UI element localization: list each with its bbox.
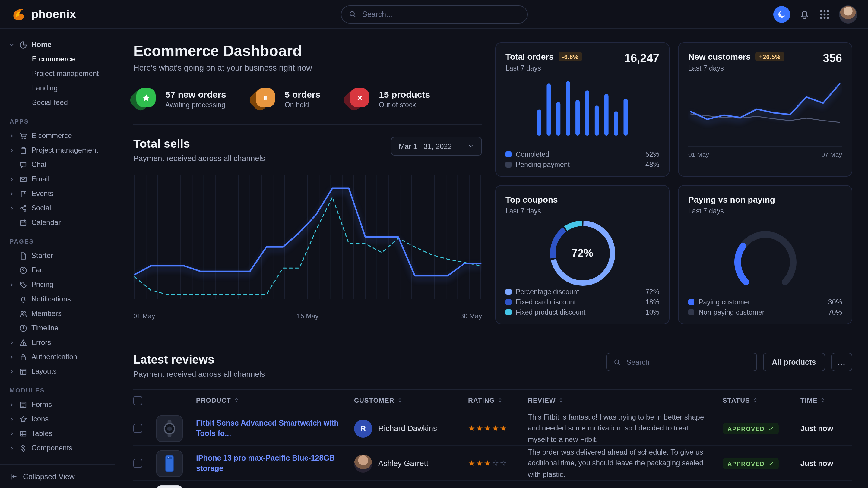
- legend-value: 18%: [645, 298, 659, 306]
- column-header-rating[interactable]: RATING: [468, 397, 525, 404]
- sort-icon: [820, 397, 826, 403]
- sidebar-item-label: Layouts: [31, 367, 57, 376]
- iphone-image: [159, 453, 180, 474]
- check-icon: [768, 461, 774, 467]
- product-thumbnail[interactable]: [156, 485, 183, 488]
- sidebar-item-tables[interactable]: Tables: [8, 426, 108, 441]
- more-options-button[interactable]: ...: [831, 353, 852, 371]
- sidebar-item-members[interactable]: Members: [8, 306, 108, 321]
- sidebar-item-timeline[interactable]: Timeline: [8, 321, 108, 335]
- brand[interactable]: phoenix: [11, 6, 76, 22]
- sidebar-item-notifications[interactable]: Notifications: [8, 292, 108, 306]
- sidebar-item-components[interactable]: Components: [8, 441, 108, 455]
- sidebar-item-faq[interactable]: Faq: [8, 263, 108, 277]
- column-header-product[interactable]: PRODUCT: [196, 397, 352, 404]
- legend-swatch: [688, 309, 694, 315]
- sidebar-subitem-social-feed[interactable]: Social feed: [8, 95, 108, 110]
- legend-swatch: [505, 299, 512, 305]
- legend-swatch: [505, 162, 512, 168]
- sidebar-subitem-e-commerce[interactable]: E commerce: [8, 52, 108, 66]
- apps-grid-icon[interactable]: [819, 9, 830, 20]
- caret-right-icon: [8, 339, 15, 346]
- notifications-bell-icon[interactable]: [799, 9, 810, 20]
- new-customers-x-axis: 01 May 07 May: [688, 147, 842, 158]
- card-total-orders: Total orders -6.8% Last 7 days 16,247 Co…: [495, 42, 670, 176]
- row-checkbox[interactable]: [133, 424, 142, 433]
- sidebar-item-layouts[interactable]: Layouts: [8, 364, 108, 379]
- sort-icon: [752, 397, 758, 403]
- search-icon: [613, 358, 620, 366]
- column-header-status[interactable]: STATUS: [723, 397, 798, 404]
- date-range-select[interactable]: Mar 1 - 31, 2022: [391, 137, 482, 156]
- sidebar-item-authentication[interactable]: Authentication: [8, 350, 108, 364]
- caret-right-icon: [8, 416, 15, 422]
- select-all-checkbox[interactable]: [133, 396, 142, 405]
- sidebar-item-icons[interactable]: Icons: [8, 412, 108, 426]
- global-search-input[interactable]: [361, 9, 520, 19]
- sidebar-item-label: Forms: [31, 400, 52, 409]
- column-header-review[interactable]: REVIEW: [528, 397, 720, 404]
- product-thumbnail[interactable]: [156, 450, 183, 477]
- legend-label: Non-paying customer: [699, 308, 765, 316]
- lock-icon: [19, 353, 27, 361]
- legend-value: 72%: [645, 288, 659, 295]
- price-tag-icon: [19, 281, 27, 289]
- product-link[interactable]: Fitbit Sense Advanced Smartwatch with To…: [196, 418, 352, 438]
- caret-down-icon: [8, 41, 15, 48]
- sidebar-item-pricing[interactable]: Pricing: [8, 277, 108, 292]
- x-axis-label: 30 May: [460, 312, 482, 320]
- total-sells-subtitle: Payment received across all channels: [133, 154, 265, 163]
- global-search[interactable]: [341, 5, 527, 23]
- navbar-actions: [773, 5, 857, 23]
- stats-row: 57 new orders Awating processing 5 o: [133, 87, 482, 111]
- donut-center-value: 72%: [549, 220, 616, 287]
- product-thumbnail[interactable]: [156, 415, 183, 442]
- card-title: Paying vs non paying: [688, 195, 775, 204]
- sidebar-item-forms[interactable]: Forms: [8, 397, 108, 412]
- sidebar-item-events[interactable]: Events: [8, 186, 108, 201]
- legend-value: 52%: [645, 151, 659, 158]
- column-header-time[interactable]: TIME: [801, 397, 852, 404]
- stat-icon-badge: [256, 88, 275, 107]
- sidebar-item-email[interactable]: Email: [8, 172, 108, 186]
- column-header-customer[interactable]: CUSTOMER: [354, 397, 466, 404]
- sidebar-item-chat[interactable]: Chat: [8, 157, 108, 172]
- customer-cell[interactable]: R Richard Dawkins: [354, 419, 466, 437]
- review-text: The order was delivered ahead of schedul…: [528, 446, 720, 480]
- stat-value: 57 new orders: [165, 89, 226, 99]
- sidebar-item-errors[interactable]: Errors: [8, 335, 108, 350]
- customer-cell[interactable]: Ashley Garrett: [354, 454, 466, 472]
- dashboard-cards: Total orders -6.8% Last 7 days 16,247 Co…: [495, 42, 852, 324]
- legend-item: Percentage discount 72%: [505, 288, 659, 295]
- caret-right-icon: [8, 354, 15, 360]
- card-period: Last 7 days: [688, 65, 784, 72]
- calendar-icon: [19, 219, 27, 226]
- sidebar-item-label: Home: [31, 40, 52, 49]
- sidebar-item-social[interactable]: Social: [8, 201, 108, 215]
- collapsed-view-toggle[interactable]: Collapsed View: [0, 464, 115, 488]
- sidebar-item-home[interactable]: Home: [8, 37, 108, 52]
- caret-right-icon: [8, 401, 15, 408]
- row-checkbox[interactable]: [133, 459, 142, 468]
- sidebar-item-e-commerce[interactable]: E commerce: [8, 128, 108, 143]
- sidebar-item-project-management[interactable]: Project management: [8, 143, 108, 157]
- sidebar-subitem-landing[interactable]: Landing: [8, 81, 108, 95]
- reviews-search[interactable]: [606, 353, 757, 371]
- moon-icon: [777, 10, 786, 19]
- status-badge: APPROVED: [723, 458, 778, 469]
- sidebar-item-starter[interactable]: Starter: [8, 248, 108, 263]
- sidebar-item-calendar[interactable]: Calendar: [8, 215, 108, 230]
- user-avatar[interactable]: [839, 5, 857, 23]
- card-title: New customers: [688, 52, 751, 62]
- stat-orders-on-hold: 5 orders On hold: [253, 87, 320, 111]
- legend-value: 48%: [645, 161, 659, 168]
- product-link[interactable]: iPhone 13 pro max-Pacific Blue-128GB sto…: [196, 453, 352, 474]
- page-subtitle: Here's what's going on at your business …: [133, 63, 482, 72]
- theme-toggle-button[interactable]: [773, 6, 790, 23]
- reviews-search-input[interactable]: [625, 357, 749, 367]
- sidebar-subitem-project-management[interactable]: Project management: [8, 66, 108, 81]
- stat-out-of-stock: 15 products Out of stock: [347, 87, 430, 111]
- customer-avatar-photo: [354, 454, 372, 472]
- all-products-button[interactable]: All products: [763, 353, 825, 371]
- app-window: phoenix Home E commerce Project manageme…: [0, 0, 868, 488]
